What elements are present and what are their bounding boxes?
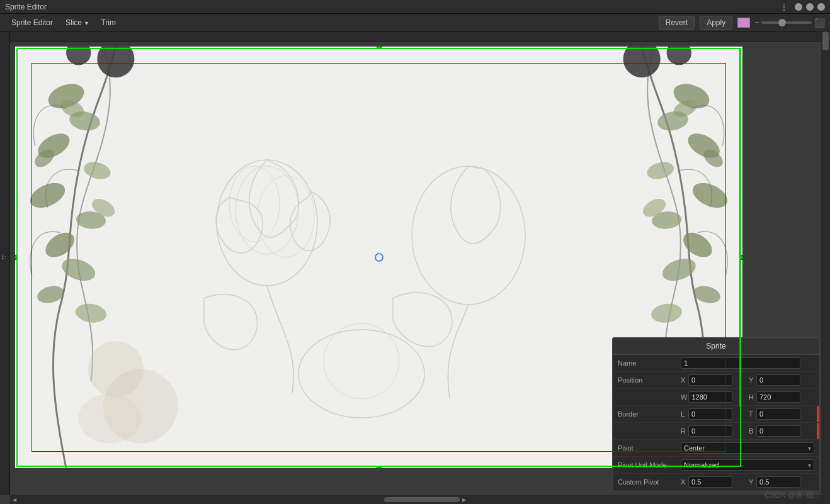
- h-input[interactable]: [756, 391, 800, 403]
- pivot-unit-mode-dropdown[interactable]: Normalized ▾: [681, 459, 814, 471]
- menu-slice[interactable]: Slice ▾: [59, 16, 94, 30]
- properties-panel: Sprite Name Position X Y: [612, 337, 820, 491]
- pivot-unit-mode-arrow: ▾: [808, 462, 811, 469]
- svg-point-39: [324, 323, 399, 399]
- svg-point-0: [97, 47, 134, 77]
- handle-left-center[interactable]: [15, 255, 18, 260]
- vertical-scrollbar[interactable]: ▲: [821, 31, 830, 504]
- l-group: L: [681, 408, 746, 420]
- pivot-label: Pivot: [618, 444, 681, 452]
- menu-bar: Sprite Editor Slice ▾ Trim Revert Apply …: [0, 14, 830, 31]
- wh-values: W H: [681, 391, 814, 403]
- t-input[interactable]: [756, 408, 800, 420]
- x-label: X: [681, 376, 687, 384]
- cx-group: X: [681, 476, 746, 488]
- h-group: H: [749, 391, 814, 403]
- pivot-value: Center: [684, 444, 705, 452]
- pivot-dropdown[interactable]: Center ▾: [681, 442, 814, 454]
- l-input[interactable]: [688, 408, 732, 420]
- svg-point-18: [623, 47, 661, 77]
- custom-pivot-row: Custom Pivot X Y: [613, 474, 819, 491]
- name-values: [681, 357, 814, 369]
- y-group: Y: [749, 374, 814, 386]
- title-bar: Sprite Editor ⋮: [0, 0, 830, 14]
- cy-group: Y: [749, 476, 814, 488]
- color-swatch[interactable]: [737, 18, 750, 28]
- svg-point-38: [298, 330, 424, 418]
- menu-trim[interactable]: Trim: [94, 16, 122, 30]
- maximize-button[interactable]: [806, 3, 814, 11]
- w-group: W: [681, 391, 746, 403]
- orange-accent-border: [739, 48, 741, 406]
- svg-point-9: [59, 254, 98, 284]
- cy-input[interactable]: [756, 476, 800, 488]
- handle-top-center[interactable]: [377, 47, 382, 49]
- border-label: Border: [618, 410, 681, 418]
- botanical-center-svg: [141, 109, 582, 424]
- t-label: T: [749, 410, 755, 418]
- zoom-slider-container: − ⬛: [755, 18, 825, 28]
- svg-point-17: [79, 394, 141, 444]
- w-input[interactable]: [688, 391, 732, 403]
- pivot-unit-mode-label: Pivot Unit Mode: [618, 461, 681, 469]
- b-group: B: [749, 425, 814, 437]
- svg-point-23: [645, 159, 676, 182]
- custom-pivot-label: Custom Pivot: [618, 478, 681, 486]
- border-rb-values: R B: [681, 425, 814, 437]
- minimize-button[interactable]: [795, 3, 802, 11]
- cx-label: X: [681, 478, 687, 486]
- scroll-left-arrow[interactable]: ◀: [10, 496, 19, 503]
- pivot-unit-mode-value: Normalized: [684, 461, 719, 469]
- x-group: X: [681, 374, 746, 386]
- svg-point-1: [66, 47, 91, 65]
- close-button[interactable]: [817, 3, 825, 11]
- title-bar-controls: ⋮: [780, 2, 825, 12]
- apply-button[interactable]: Apply: [700, 16, 732, 30]
- handle-bottom-center[interactable]: [377, 466, 382, 468]
- revert-button[interactable]: Revert: [659, 16, 695, 30]
- ruler-left: 1:: [0, 31, 10, 495]
- x-input[interactable]: [688, 374, 732, 386]
- vertical-scroll-thumb[interactable]: [822, 31, 829, 50]
- cy-label: Y: [749, 478, 755, 486]
- h-label: H: [749, 393, 755, 401]
- position-label: Position: [618, 376, 681, 384]
- menu-sprite-editor[interactable]: Sprite Editor: [5, 16, 59, 30]
- l-label: L: [681, 410, 687, 418]
- w-label: W: [681, 393, 687, 401]
- r-group: R: [681, 425, 746, 437]
- custom-pivot-values: X Y: [681, 476, 814, 488]
- svg-point-34: [236, 166, 298, 254]
- horizontal-scrollbar[interactable]: ◀ ▶: [10, 495, 821, 504]
- position-row: Position X Y: [613, 372, 819, 389]
- panel-header: Sprite: [613, 338, 819, 355]
- y-label: Y: [749, 376, 755, 384]
- pivot-row: Pivot Center ▾: [613, 440, 819, 457]
- svg-point-33: [217, 160, 317, 286]
- slice-arrow-icon: ▾: [85, 20, 88, 26]
- left-num: 1:: [1, 254, 6, 260]
- pivot-circle[interactable]: [375, 253, 384, 262]
- svg-point-37: [412, 166, 525, 305]
- horizontal-scroll-thumb[interactable]: [384, 497, 460, 502]
- r-input[interactable]: [688, 425, 732, 437]
- b-label: B: [749, 427, 755, 435]
- border-rb-row: R B: [613, 423, 819, 440]
- r-label: R: [681, 427, 687, 435]
- b-input[interactable]: [756, 425, 800, 437]
- pivot-dropdown-arrow: ▾: [808, 445, 811, 452]
- toolbar-right: Revert Apply − ⬛: [659, 16, 825, 30]
- ruler-top: [10, 31, 821, 42]
- name-label: Name: [618, 359, 681, 367]
- y-input[interactable]: [756, 374, 800, 386]
- svg-point-27: [659, 254, 699, 284]
- cx-input[interactable]: [688, 476, 732, 488]
- svg-point-29: [650, 302, 683, 325]
- t-group: T: [749, 408, 814, 420]
- zoom-slider[interactable]: [761, 21, 812, 24]
- scroll-right-arrow[interactable]: ▶: [460, 496, 469, 503]
- border-lt-values: L T: [681, 408, 814, 420]
- svg-point-11: [74, 302, 108, 325]
- watermark: CSDN @逐·風□: [765, 490, 817, 501]
- zoom-in-icon: ⬛: [814, 18, 825, 28]
